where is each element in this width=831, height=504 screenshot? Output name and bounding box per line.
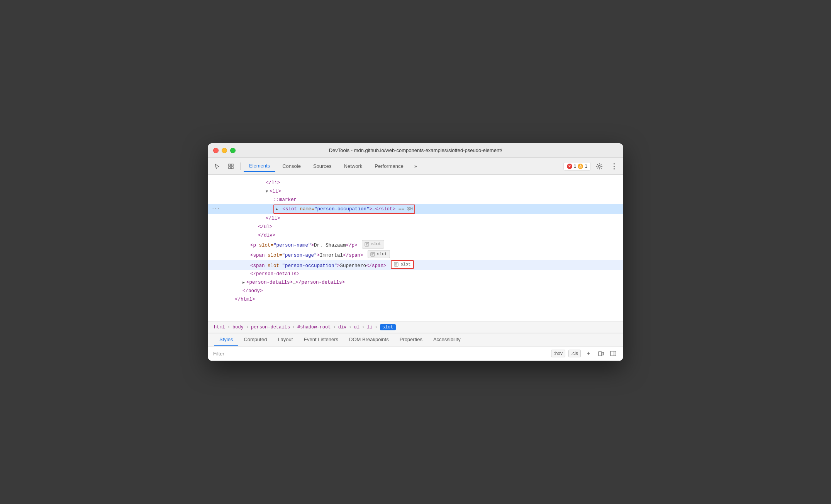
devtools-window: DevTools - mdn.github.io/web-components-… xyxy=(208,143,623,361)
svg-rect-0 xyxy=(229,164,231,166)
svg-rect-19 xyxy=(611,351,616,356)
svg-rect-3 xyxy=(231,167,233,169)
bc-sep: › xyxy=(227,325,230,330)
attr-value: "person-name" xyxy=(273,243,311,248)
collapse-arrow[interactable]: ▼ xyxy=(266,189,268,195)
breadcrumb-html[interactable]: html xyxy=(214,325,225,330)
tag-text: </person-details> xyxy=(250,271,300,277)
attr-value: "person-age" xyxy=(282,253,317,258)
settings-icon-btn[interactable] xyxy=(593,160,605,173)
html-line: <p slot="person-name">Dr. Shazaam</p> sl… xyxy=(208,240,623,250)
breadcrumb-slot[interactable]: slot xyxy=(380,324,396,330)
tag-text: </ul> xyxy=(258,224,273,230)
tab-network[interactable]: Network xyxy=(339,161,368,171)
window-title: DevTools - mdn.github.io/web-components-… xyxy=(329,147,502,153)
selected-html-line[interactable]: ··· ▶ <slot name="person-occupation">…</… xyxy=(208,204,623,214)
dots-icon: ··· xyxy=(212,205,220,213)
breadcrumb-shadow-root[interactable]: #shadow-root xyxy=(297,325,331,330)
text-content: Immortal xyxy=(320,253,343,258)
close-button[interactable] xyxy=(213,148,219,153)
tab-styles[interactable]: Styles xyxy=(214,333,238,346)
attr-name: slot= xyxy=(268,253,282,258)
toolbar-right: ✕ 1 ⚠ 1 ⋮ xyxy=(563,160,620,173)
slot-badge-highlighted[interactable]: slot xyxy=(391,260,414,269)
html-line: </div> xyxy=(208,231,623,240)
html-line: </ul> xyxy=(208,223,623,231)
bottom-panel: Styles Computed Layout Event Listeners D… xyxy=(208,333,623,361)
tag-text: <span xyxy=(250,263,268,268)
text-content: Superhero xyxy=(340,263,366,268)
svg-rect-18 xyxy=(602,352,604,355)
attr-name: name= xyxy=(300,206,315,212)
tag-text: >…</slot> xyxy=(370,206,396,212)
svg-rect-2 xyxy=(229,167,231,169)
tab-accessibility[interactable]: Accessibility xyxy=(428,333,466,346)
tag-text: <p xyxy=(250,243,259,248)
add-style-btn[interactable]: + xyxy=(584,349,593,358)
text-content: Dr. Shazaam xyxy=(314,243,346,248)
tag-text: > xyxy=(317,253,320,258)
bc-sep: › xyxy=(246,325,249,330)
tag-text: </html> xyxy=(235,297,255,302)
tag-text: </person-details> xyxy=(296,280,345,285)
expand-arrow[interactable]: ▶ xyxy=(276,206,278,213)
pseudo-text: ::marker xyxy=(273,197,297,203)
bc-sep: › xyxy=(362,325,365,330)
attr-name: slot= xyxy=(268,263,282,268)
tab-properties[interactable]: Properties xyxy=(394,333,428,346)
breadcrumb-ul[interactable]: ul xyxy=(354,325,360,330)
bottom-tabs: Styles Computed Layout Event Listeners D… xyxy=(208,333,623,347)
toolbar-separator xyxy=(240,162,241,170)
tag-text: <person-details> xyxy=(246,280,293,285)
breadcrumb-div[interactable]: div xyxy=(338,325,347,330)
filter-right: :hov .cls + xyxy=(551,349,618,358)
html-line: </person-details> xyxy=(208,270,623,278)
tag-text: </div> xyxy=(258,233,275,238)
tab-elements[interactable]: Elements xyxy=(244,161,275,172)
error-badge[interactable]: ✕ 1 ⚠ 1 xyxy=(563,162,591,171)
breadcrumb-body[interactable]: body xyxy=(232,325,244,330)
cursor-icon-btn[interactable] xyxy=(211,160,223,173)
slot-red-box: ▶ <slot name="person-occupation">…</slot… xyxy=(273,205,415,214)
toolbar: Elements Console Sources Network Perform… xyxy=(208,158,623,175)
tab-dom-breakpoints[interactable]: DOM Breakpoints xyxy=(344,333,394,346)
minimize-button[interactable] xyxy=(222,148,227,153)
html-line: </li> xyxy=(208,214,623,223)
breadcrumb-person-details[interactable]: person-details xyxy=(251,325,290,330)
more-options-btn[interactable]: ⋮ xyxy=(608,160,620,173)
cls-button[interactable]: .cls xyxy=(568,350,581,357)
tag-text: </li> xyxy=(266,216,280,221)
hov-button[interactable]: :hov xyxy=(551,350,565,357)
tag-text: </p> xyxy=(346,243,358,248)
more-tabs-btn[interactable]: » xyxy=(410,161,421,171)
breadcrumb: html › body › person-details › #shadow-r… xyxy=(208,321,623,333)
expand-arrow[interactable]: ▶ xyxy=(243,280,245,286)
bc-sep: › xyxy=(333,325,336,330)
warning-icon: ⚠ xyxy=(578,164,583,169)
tab-layout[interactable]: Layout xyxy=(272,333,298,346)
tab-computed[interactable]: Computed xyxy=(238,333,272,346)
tag-text: <span xyxy=(250,253,268,258)
slot-badge[interactable]: slot xyxy=(368,250,390,259)
error-count: 1 xyxy=(574,164,577,169)
inspect-icon-btn[interactable] xyxy=(225,160,237,173)
html-line: </body> xyxy=(208,287,623,295)
tab-console[interactable]: Console xyxy=(277,161,306,171)
html-line: </html> xyxy=(208,295,623,304)
tab-sources[interactable]: Sources xyxy=(308,161,337,171)
filter-input[interactable] xyxy=(213,351,547,357)
tag-text: > xyxy=(337,263,340,268)
html-line: ▼<li> xyxy=(208,187,623,196)
dollar-zero: == $0 xyxy=(399,206,413,212)
html-tree: </li> ▼<li> ::marker ··· ▶ <slot name="p… xyxy=(208,175,623,321)
tab-performance[interactable]: Performance xyxy=(369,161,409,171)
slot-badge[interactable]: slot xyxy=(362,240,384,249)
tab-event-listeners[interactable]: Event Listeners xyxy=(298,333,344,346)
maximize-button[interactable] xyxy=(230,148,236,153)
toggle-device-btn[interactable] xyxy=(596,349,605,358)
sidebar-toggle-btn[interactable] xyxy=(609,349,618,358)
attr-name: slot= xyxy=(259,243,274,248)
breadcrumb-li[interactable]: li xyxy=(367,325,372,330)
tag-text: </body> xyxy=(243,288,263,294)
html-line: </li> xyxy=(208,179,623,187)
